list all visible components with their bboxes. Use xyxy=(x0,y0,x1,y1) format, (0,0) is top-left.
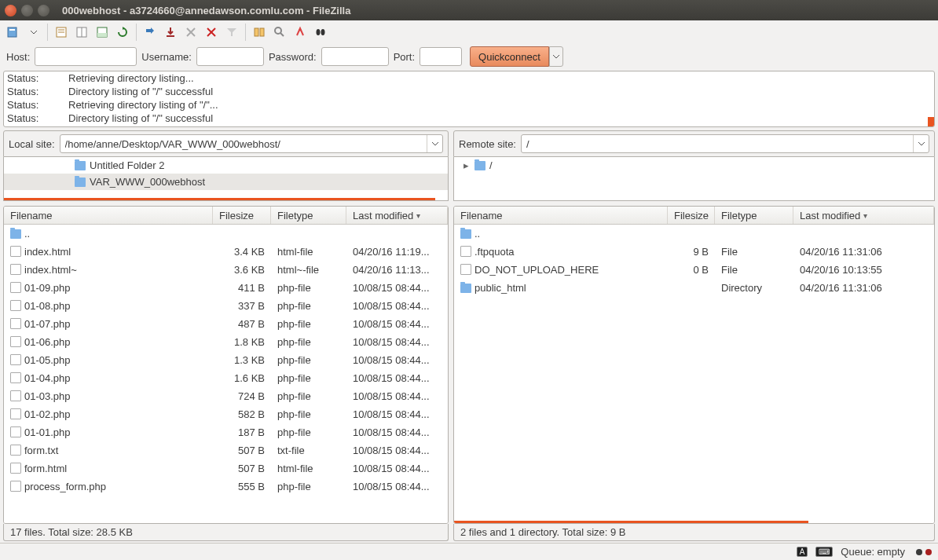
remote-status-footer: 2 files and 1 directory. Total size: 9 B xyxy=(453,524,935,541)
chevron-down-icon[interactable] xyxy=(913,135,929,152)
local-tree-node[interactable]: VAR_WWW_000webhost xyxy=(4,174,448,190)
status-bar: A ⌨ Queue: empty xyxy=(0,543,938,560)
sort-desc-icon: ▾ xyxy=(863,211,867,220)
host-input[interactable] xyxy=(35,47,137,66)
remote-col-filename[interactable]: Filename xyxy=(454,207,668,224)
table-row[interactable]: 01-09.php411 Bphp-file10/08/15 08:44... xyxy=(4,279,448,297)
toggle-queue-icon[interactable] xyxy=(93,24,111,41)
remote-tree-root-label: / xyxy=(489,159,493,171)
cell-filetype: php-file xyxy=(271,354,346,366)
folder-icon xyxy=(10,229,21,239)
expand-icon[interactable]: ▸ xyxy=(464,159,471,171)
window-maximize-button[interactable] xyxy=(38,5,49,16)
table-row[interactable]: 01-08.php337 Bphp-file10/08/15 08:44... xyxy=(4,297,448,315)
cell-filetype: php-file xyxy=(271,282,346,294)
cell-filename: .. xyxy=(454,228,668,240)
cell-modified: 10/08/15 08:44... xyxy=(346,336,448,348)
table-row[interactable]: .. xyxy=(4,225,448,243)
cell-filetype: php-file xyxy=(271,318,346,330)
toggle-tree-icon[interactable] xyxy=(73,24,90,41)
table-row[interactable]: 01-05.php1.3 KBphp-file10/08/15 08:44... xyxy=(4,351,448,369)
table-row[interactable]: DO_NOT_UPLOAD_HERE0 BFile04/20/16 10:13:… xyxy=(454,261,934,279)
table-row[interactable]: process_form.php555 Bphp-file10/08/15 08… xyxy=(4,478,448,496)
local-col-modified[interactable]: Last modified▾ xyxy=(346,207,448,224)
quickconnect-dropdown-button[interactable] xyxy=(549,46,563,67)
table-row[interactable]: .. xyxy=(454,225,934,243)
disconnect-icon[interactable] xyxy=(182,24,200,41)
find-icon[interactable] xyxy=(312,24,329,41)
cell-filetype: php-file xyxy=(271,372,346,384)
table-row[interactable]: index.html3.4 KBhtml-file04/20/16 11:19.… xyxy=(4,243,448,261)
local-file-list[interactable]: Filename Filesize Filetype Last modified… xyxy=(3,206,449,524)
local-path-combo[interactable] xyxy=(60,134,443,153)
site-manager-icon[interactable] xyxy=(5,24,22,41)
local-tree-node[interactable]: Untitled Folder 2 xyxy=(4,157,448,174)
remote-col-filetype[interactable]: Filetype xyxy=(715,207,793,224)
remote-path-combo[interactable] xyxy=(521,134,929,153)
cell-filetype: php-file xyxy=(271,336,346,348)
file-icon xyxy=(10,246,21,257)
cell-modified: 04/20/16 11:31:06 xyxy=(793,282,934,294)
table-row[interactable]: 01-06.php1.8 KBphp-file10/08/15 08:44... xyxy=(4,333,448,351)
cell-modified: 10/08/15 08:44... xyxy=(346,481,448,492)
folder-icon xyxy=(460,229,471,239)
table-row[interactable]: .ftpquota9 BFile04/20/16 11:31:06 xyxy=(454,243,934,261)
table-row[interactable]: 01-02.php582 Bphp-file10/08/15 08:44... xyxy=(4,405,448,423)
compare-icon[interactable] xyxy=(251,24,268,41)
local-columns-header[interactable]: Filename Filesize Filetype Last modified… xyxy=(4,207,448,225)
window-close-button[interactable] xyxy=(5,5,16,16)
cell-filesize: 724 B xyxy=(213,390,271,402)
cancel-icon[interactable] xyxy=(162,24,179,41)
log-scroll-indicator[interactable] xyxy=(928,117,934,126)
cell-filename: 01-01.php xyxy=(4,426,213,438)
svg-rect-14 xyxy=(255,28,258,36)
local-status-footer: 17 files. Total size: 28.5 KB xyxy=(3,524,449,541)
cell-filesize: 1.6 KB xyxy=(213,372,271,384)
quickconnect-button[interactable]: Quickconnect xyxy=(470,46,549,67)
folder-icon xyxy=(460,284,471,293)
process-queue-icon[interactable] xyxy=(141,24,159,41)
refresh-icon[interactable] xyxy=(114,24,131,41)
port-input[interactable] xyxy=(420,47,462,66)
cell-filename: index.html~ xyxy=(4,264,213,276)
remote-columns-header[interactable]: Filename Filesize Filetype Last modified… xyxy=(454,207,934,225)
auto-icon[interactable] xyxy=(291,24,309,41)
table-row[interactable]: index.html~3.6 KBhtml~-file04/20/16 11:1… xyxy=(4,261,448,279)
remote-col-modified[interactable]: Last modified▾ xyxy=(793,207,934,224)
table-row[interactable]: 01-03.php724 Bphp-file10/08/15 08:44... xyxy=(4,387,448,405)
toggle-log-icon[interactable] xyxy=(53,24,70,41)
log-status: Status: xyxy=(7,112,68,125)
cell-modified: 10/08/15 08:44... xyxy=(346,300,448,312)
chevron-down-icon[interactable] xyxy=(427,135,442,152)
filter-icon[interactable] xyxy=(223,24,240,41)
table-row[interactable]: 01-01.php187 Bphp-file10/08/15 08:44... xyxy=(4,423,448,441)
cell-modified: 10/08/15 08:44... xyxy=(346,318,448,330)
password-input[interactable] xyxy=(321,47,389,66)
site-manager-dropdown-icon[interactable] xyxy=(25,24,42,41)
sync-browse-icon[interactable] xyxy=(271,24,288,41)
table-row[interactable]: 01-04.php1.6 KBphp-file10/08/15 08:44... xyxy=(4,369,448,387)
table-row[interactable]: 01-07.php487 Bphp-file10/08/15 08:44... xyxy=(4,315,448,333)
table-row[interactable]: form.txt507 Btxt-file10/08/15 08:44... xyxy=(4,441,448,459)
cell-modified: 04/20/16 10:13:55 xyxy=(793,264,934,276)
local-tree[interactable]: Untitled Folder 2VAR_WWW_000webhost xyxy=(3,157,449,201)
remote-path-input[interactable] xyxy=(522,135,913,152)
table-row[interactable]: form.html507 Bhtml-file10/08/15 08:44... xyxy=(4,459,448,478)
local-col-filetype[interactable]: Filetype xyxy=(271,207,346,224)
username-input[interactable] xyxy=(196,47,264,66)
remote-tree-root[interactable]: ▸ / xyxy=(454,157,934,174)
remote-tree[interactable]: ▸ / xyxy=(453,157,935,201)
folder-icon xyxy=(75,161,86,170)
file-icon xyxy=(10,463,21,474)
main-toolbar xyxy=(0,20,938,44)
log-status: Status: xyxy=(7,71,68,85)
reconnect-icon[interactable] xyxy=(203,24,220,41)
local-path-input[interactable] xyxy=(60,135,427,152)
message-log[interactable]: Status:Retrieving directory listing...St… xyxy=(3,71,935,127)
table-row[interactable]: public_htmlDirectory04/20/16 11:31:06 xyxy=(454,279,934,297)
remote-col-filesize[interactable]: Filesize xyxy=(668,207,715,224)
local-col-filename[interactable]: Filename xyxy=(4,207,213,224)
window-minimize-button[interactable] xyxy=(21,5,33,16)
local-col-filesize[interactable]: Filesize xyxy=(213,207,271,224)
remote-file-list[interactable]: Filename Filesize Filetype Last modified… xyxy=(453,206,935,524)
